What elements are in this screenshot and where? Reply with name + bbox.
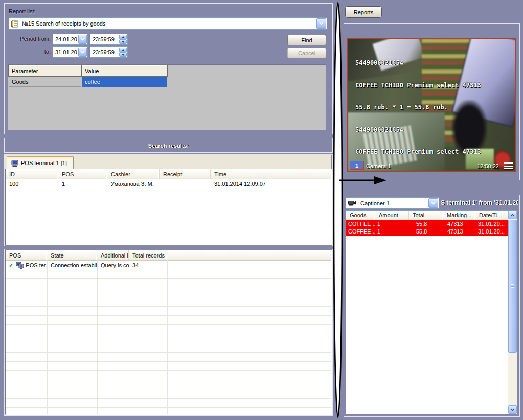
spinner-up-icon[interactable] — [119, 35, 127, 39]
cancel-button[interactable]: Cancel — [287, 48, 326, 58]
camera-menu-icon[interactable] — [504, 162, 513, 169]
table-row[interactable]: 100 1 Умаханова З. М. 31.01.2014 12:09:0… — [6, 179, 331, 188]
time-from-field[interactable]: 23:59:59 — [90, 34, 128, 45]
column-header-total-records[interactable]: Total records — [129, 250, 167, 260]
find-button[interactable]: Find — [287, 35, 326, 45]
receipt-overlay-text: 5449000021854 COFFEE TCHIBO Premium sele… — [355, 44, 481, 172]
network-computer-icon — [16, 262, 24, 269]
cell-pos-name: POS ter... — [26, 262, 47, 268]
cell-datetime: 31.01.20... — [475, 228, 508, 235]
cell-cashier: Умаханова З. М. — [107, 181, 160, 187]
cell-goods: COFFEE ... — [346, 221, 375, 227]
cell-amount: 1 — [375, 228, 409, 235]
search-results-label: Search results: — [148, 143, 189, 149]
search-results-header: Search results: — [4, 138, 333, 153]
pos-checkbox[interactable]: ✓ — [8, 262, 14, 269]
cell-time: 31.01.2014 12:09:07 — [211, 181, 331, 187]
value-cell-selected[interactable]: coffee — [82, 77, 167, 87]
table-row[interactable]: COFFEE ... 1 55,8 47313 31.01.20... — [346, 220, 508, 228]
scrollbar-thumb[interactable] — [508, 220, 517, 353]
time-from-spinner[interactable] — [119, 35, 127, 44]
cell-goods: COFFEE ... — [346, 228, 375, 235]
date-from-value: 24.01.2014 — [53, 36, 78, 42]
parameter-table: Parameter Value Goods coffee — [8, 64, 326, 130]
cell-total-records: 34 — [129, 262, 167, 268]
grid-divider — [129, 260, 129, 414]
chevron-down-icon[interactable] — [78, 48, 87, 57]
column-header-pos[interactable]: POS — [6, 250, 47, 260]
scroll-down-icon[interactable] — [508, 405, 517, 414]
time-to-spinner[interactable] — [119, 48, 127, 57]
column-header-goods[interactable]: Goods — [346, 211, 375, 220]
column-header-id[interactable]: ID — [6, 169, 58, 179]
cell-state: Connection established — [47, 262, 97, 268]
column-header-cashier[interactable]: Cashier — [107, 169, 160, 179]
video-camera-icon — [348, 200, 356, 206]
grid-divider — [167, 260, 168, 414]
camera-timestamp: 12:50:22 — [477, 163, 499, 169]
report-criteria-panel: Report list: №15 Search of receipts by g… — [4, 3, 333, 134]
reports-button[interactable]: Reports — [345, 6, 382, 18]
column-header-total[interactable]: Total — [409, 211, 443, 220]
grid-divider — [47, 260, 48, 414]
column-header-datetime[interactable]: Date/Ti... — [475, 211, 508, 220]
camera-name: Camera 1 — [366, 163, 391, 169]
scroll-up-icon[interactable] — [508, 211, 517, 219]
period-from-label: Period from: — [5, 36, 51, 42]
table-row[interactable]: COFFEE ... 1 55,8 47313 31.01.20... — [346, 228, 508, 236]
annotation-ellipse — [331, 1, 345, 419]
grid-divider — [97, 260, 98, 414]
tab-label: POS terminal 1 [1] — [21, 160, 67, 166]
parameter-cell[interactable]: Goods — [9, 77, 81, 87]
tab-pos-terminal-1[interactable]: POS terminal 1 [1] — [7, 156, 74, 169]
captioner-value: Captioner 1 — [358, 200, 428, 206]
results-table: ID POS Cashier Receipt Time 100 1 Умахан… — [5, 169, 332, 245]
time-to-value: 23:59:59 — [90, 49, 119, 55]
spinner-down-icon[interactable] — [119, 52, 127, 57]
date-to-value: 31.01.2014 — [53, 49, 78, 55]
cell-datetime: 31.01.20... — [475, 221, 508, 227]
table-row[interactable]: ✓ POS ter... Connection established Quer… — [6, 261, 331, 270]
pos-status-table: POS State Additional i... Total records … — [5, 250, 332, 415]
pos-status-panel: POS State Additional i... Total records … — [4, 249, 333, 416]
captioner-combobox[interactable]: Captioner 1 — [346, 197, 439, 209]
column-header-marking[interactable]: Marking... — [443, 211, 475, 220]
pos-search-window: { "left": { "report_list_label": "Report… — [0, 0, 523, 420]
value-column-header[interactable]: Value — [82, 65, 167, 76]
cell-additional: Query is co... — [97, 262, 129, 268]
report-list-combobox[interactable]: №15 Search of receipts by goods — [9, 17, 327, 30]
report-icon — [11, 20, 18, 28]
pos-status-table-header: POS State Additional i... Total records — [6, 250, 331, 261]
results-tabstrip: POS terminal 1 [1] — [5, 155, 331, 169]
report-list-label: Report list: — [9, 8, 36, 14]
receipt-list-scrollbar[interactable] — [508, 211, 517, 414]
cell-pos: 1 — [58, 181, 107, 187]
receipt-list: Goods Amount Total Marking... Date/Ti...… — [346, 210, 517, 414]
column-header-additional[interactable]: Additional i... — [97, 250, 129, 260]
cell-total: 55,8 — [409, 221, 443, 227]
column-header-state[interactable]: State — [47, 250, 97, 260]
parameter-column-header[interactable]: Parameter — [9, 65, 81, 76]
camera-view[interactable]: 5449000021854 COFFEE TCHIBO Premium sele… — [347, 38, 516, 172]
chevron-down-icon[interactable] — [428, 198, 438, 208]
chevron-down-icon[interactable] — [316, 18, 326, 29]
camera-panel: 5449000021854 COFFEE TCHIBO Premium sele… — [344, 23, 520, 180]
spinner-down-icon[interactable] — [119, 39, 127, 44]
date-from-field[interactable]: 24.01.2014 — [53, 34, 88, 45]
computer-icon — [11, 160, 18, 167]
column-header-amount[interactable]: Amount — [375, 211, 409, 220]
cell-marking: 47313 — [443, 228, 475, 235]
captioner-title: S terminal 1' from '31.01.201 — [441, 199, 518, 206]
search-results-panel: POS terminal 1 [1] ID POS Cashier Receip… — [4, 154, 333, 246]
column-header-time[interactable]: Time — [211, 169, 331, 179]
date-to-field[interactable]: 31.01.2014 — [53, 46, 88, 58]
cell-marking: 47313 — [443, 221, 475, 227]
chevron-down-icon[interactable] — [78, 35, 87, 44]
column-header-pos[interactable]: POS — [58, 169, 107, 179]
cell-total: 55,8 — [409, 228, 443, 235]
cell-id: 100 — [6, 181, 58, 187]
cell-amount: 1 — [375, 221, 409, 227]
column-header-receipt[interactable]: Receipt — [160, 169, 211, 179]
spinner-up-icon[interactable] — [119, 48, 127, 52]
time-to-field[interactable]: 23:59:59 — [90, 46, 128, 58]
